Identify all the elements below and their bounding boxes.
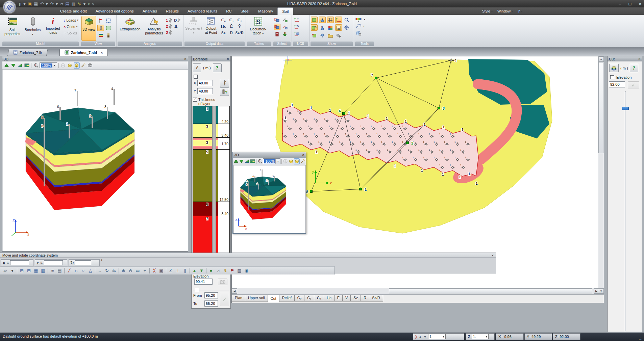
boreholes-button[interactable]: Boreholes▾ bbox=[23, 16, 42, 41]
plate-icon[interactable]: ▤ bbox=[56, 267, 63, 274]
ucs-rotate-icon[interactable] bbox=[293, 24, 300, 30]
show-axes-icon[interactable] bbox=[335, 17, 342, 23]
settlement-button[interactable]: S Settlement▾ bbox=[185, 16, 203, 41]
borehole-add-button[interactable] bbox=[220, 79, 229, 87]
loads-button[interactable]: ↓Loads▾ bbox=[64, 17, 78, 23]
hscroll-thumb[interactable] bbox=[389, 288, 592, 293]
coeff-sz-button[interactable]: Sz bbox=[219, 30, 227, 36]
ribbon-tab-rc[interactable]: RC bbox=[222, 7, 236, 15]
borehole-layer-row[interactable]: 14.20 bbox=[193, 106, 229, 124]
view-3d-button[interactable]: 3D view bbox=[81, 16, 96, 41]
coeff-szr-button[interactable]: Sz/R bbox=[236, 30, 244, 36]
y-stepper-icon[interactable]: ⇅ bbox=[40, 261, 43, 265]
copy-icon[interactable]: ▣ bbox=[158, 267, 165, 274]
map-tab-r[interactable]: R bbox=[361, 295, 369, 301]
zoom-rotate-icon[interactable] bbox=[343, 17, 350, 23]
ribbon-tab-create-and-edit[interactable]: Create and edit bbox=[56, 7, 91, 15]
borehole-layer-row[interactable] bbox=[193, 146, 229, 150]
borehole-column[interactable]: 14.2033.4031.70512.5063.40713.60 bbox=[193, 106, 230, 272]
borehole-photo-button[interactable] bbox=[218, 279, 227, 285]
vscroll-thumb[interactable] bbox=[598, 62, 603, 153]
scroll-right-icon[interactable]: ▶ bbox=[594, 288, 599, 294]
ribbon-tab-masonry[interactable]: Masonry bbox=[254, 7, 277, 15]
rod-icon[interactable]: ≡ bbox=[49, 267, 56, 274]
ribbon-tab-steel[interactable]: Steel bbox=[236, 7, 254, 15]
grid-fill-icon[interactable]: ▩ bbox=[40, 267, 47, 274]
borehole-x-input[interactable] bbox=[197, 80, 213, 86]
scale-combo[interactable]: 1.▾ bbox=[428, 334, 446, 339]
clear-selection-icon[interactable] bbox=[281, 31, 288, 37]
x-stepper-icon[interactable]: ⇅ bbox=[6, 261, 9, 265]
resize-grip[interactable]: .:: bbox=[639, 337, 643, 340]
solid-view-pressed-icon[interactable] bbox=[74, 62, 80, 69]
grid-icon[interactable]: ▦ bbox=[32, 267, 40, 274]
select-pick-icon[interactable] bbox=[281, 17, 288, 23]
solid-view-icon[interactable] bbox=[288, 158, 293, 164]
coord-y-input[interactable] bbox=[44, 260, 63, 265]
coordinate-dialog-close-icon[interactable]: × bbox=[492, 253, 494, 257]
show-grid-icon[interactable] bbox=[327, 17, 334, 23]
dynamic-spring-button[interactable]: D bbox=[174, 17, 181, 23]
cut-icon[interactable]: ╳ bbox=[151, 267, 158, 274]
move-icon[interactable]: ↔ bbox=[96, 267, 103, 274]
style-menu[interactable]: Style ▾ bbox=[482, 7, 493, 15]
map-image-icon[interactable] bbox=[250, 158, 255, 164]
zoom-out-icon[interactable]: ⊖ bbox=[127, 267, 134, 274]
scroll-left-icon[interactable]: ◀ bbox=[232, 288, 237, 294]
maximize-button[interactable]: □ bbox=[629, 1, 631, 6]
cut-elevation-checkbox[interactable] bbox=[610, 75, 614, 79]
zoom-in-icon[interactable]: ⊕ bbox=[120, 267, 127, 274]
slope-icon[interactable] bbox=[245, 158, 250, 164]
hatch-tool-icon[interactable]: ▧ bbox=[236, 267, 243, 274]
zoom-level-select[interactable]: 100%▾ bbox=[40, 62, 57, 68]
lower-icon[interactable]: ▼ bbox=[198, 267, 205, 274]
show-values-icon[interactable]: W bbox=[335, 24, 342, 31]
floating-3d-canvas[interactable]: 7632581zx bbox=[233, 165, 306, 233]
spring-2-button[interactable]: 2 bbox=[166, 23, 173, 29]
ribbon-tab-advanced-edit-options[interactable]: Advanced edit options bbox=[91, 7, 138, 15]
cut-help-button[interactable]: ? bbox=[630, 64, 638, 72]
borehole-layer-row[interactable]: 512.50 bbox=[193, 150, 229, 202]
raise-icon[interactable]: ▲ bbox=[191, 267, 198, 274]
coeff--button[interactable]: Ē bbox=[227, 23, 236, 29]
panel-cut-titlebar[interactable]: Cut× bbox=[608, 56, 642, 61]
coord-x-input[interactable] bbox=[10, 260, 29, 265]
fit-view-icon[interactable] bbox=[283, 158, 288, 164]
borehole-help-button[interactable]: ? bbox=[213, 63, 222, 72]
borehole-view-icon[interactable] bbox=[97, 25, 104, 31]
select-block-icon[interactable] bbox=[274, 31, 280, 37]
coeff-hc-button[interactable]: Hc bbox=[219, 23, 227, 29]
close-button[interactable]: × bbox=[639, 1, 641, 6]
coeff-c-button[interactable]: C₀ bbox=[219, 17, 227, 23]
map-tab-upper-soil[interactable]: Upper soil bbox=[245, 295, 268, 301]
select-remove-icon[interactable] bbox=[281, 24, 288, 30]
triangle-tool-icon[interactable]: ⊿ bbox=[215, 267, 222, 274]
fragment-frame-button[interactable]: ▾ bbox=[355, 23, 365, 29]
borehole-xy-checkbox[interactable] bbox=[194, 75, 198, 79]
marquee-image-icon[interactable] bbox=[105, 25, 112, 31]
help-menu[interactable]: ? ▾ bbox=[518, 7, 522, 15]
range-checkbox[interactable] bbox=[195, 288, 199, 292]
coord-rotate-input[interactable] bbox=[75, 260, 91, 265]
map-image-icon[interactable] bbox=[24, 62, 30, 69]
pack-dropdown-icon[interactable]: ▾ bbox=[9, 267, 16, 274]
zoom-window-icon[interactable]: ▭ bbox=[134, 267, 141, 274]
map-tab-c-[interactable]: C₂ bbox=[314, 295, 324, 301]
angle-icon[interactable]: ∠ bbox=[167, 267, 174, 274]
map-tab--[interactable]: Ē bbox=[334, 295, 343, 301]
step-up-icon[interactable]: ▲ bbox=[419, 335, 422, 339]
coeff-v-button[interactable]: V̄ bbox=[236, 23, 244, 29]
panel-3d-close-icon[interactable]: × bbox=[184, 57, 187, 61]
show-plane-icon[interactable] bbox=[319, 17, 326, 23]
panel-cut-close-icon[interactable]: × bbox=[638, 57, 641, 61]
slope-icon[interactable] bbox=[17, 62, 23, 69]
pan-icon[interactable]: + bbox=[141, 267, 148, 274]
fit-view-icon[interactable] bbox=[60, 62, 66, 69]
output-at-point-button[interactable]: Outputat Point bbox=[204, 16, 218, 41]
surface-up-icon[interactable] bbox=[3, 62, 9, 69]
map-tab-plan[interactable]: Plan bbox=[232, 295, 245, 301]
borehole-elevation-input[interactable] bbox=[194, 279, 213, 285]
show-surface-icon[interactable] bbox=[311, 17, 318, 23]
show-levels-icon[interactable]: 5 bbox=[319, 24, 326, 31]
map-tab-sz[interactable]: Sz bbox=[350, 295, 361, 301]
